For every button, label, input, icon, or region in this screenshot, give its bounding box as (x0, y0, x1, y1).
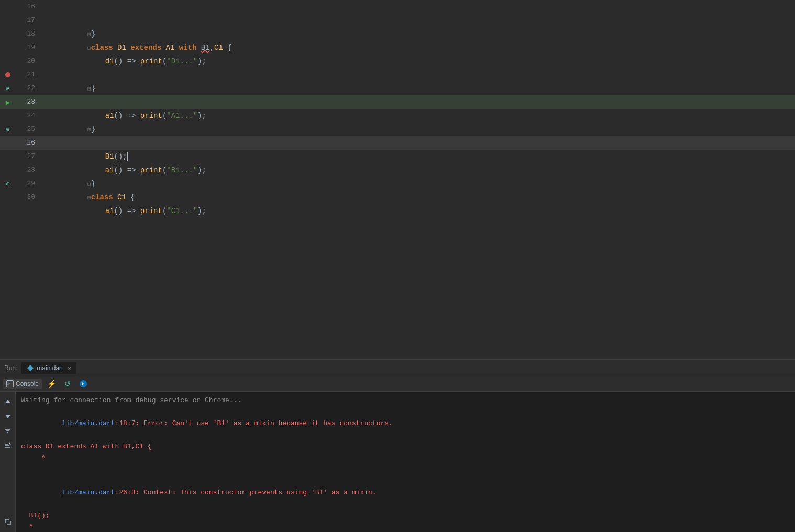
gutter-27 (0, 150, 16, 163)
console-line-error3: ^ (21, 452, 790, 464)
code-line-24: 24 ⊟} (0, 109, 795, 123)
run-label: Run: (4, 364, 17, 372)
up-arrow-icon (4, 398, 12, 405)
exec-icon-25: ⊕ (6, 126, 9, 134)
line-content-17[interactable]: ⊟} (39, 14, 795, 27)
console-button[interactable]: >_ Console (3, 379, 42, 389)
line-num-23: 23 (16, 95, 39, 109)
dart-icon (79, 380, 87, 388)
sort-button[interactable] (2, 440, 14, 451)
gutter-23: ▶ (0, 95, 16, 109)
debug-arrow-23: ▶ (6, 98, 10, 107)
breakpoint-21[interactable] (5, 72, 10, 77)
line-num-22: 22 (16, 82, 39, 95)
run-tab[interactable]: main.dart × (21, 362, 76, 374)
line-num-29: 29 (16, 177, 39, 191)
gutter-17 (0, 14, 16, 27)
line-num-27: 27 (16, 150, 39, 163)
line-num-16: 16 (16, 0, 39, 14)
code-line-29: ⊕ 29 ⊟class C1 { (0, 177, 795, 191)
line-content-27[interactable]: a1() => print("B1..."); (39, 150, 795, 163)
error-link-1[interactable]: lib/main.dart (62, 419, 115, 427)
gutter-20 (0, 54, 16, 68)
dart-button[interactable] (76, 378, 91, 390)
console-line-error4: lib/main.dart:26:3: Context: This constr… (21, 475, 790, 510)
line-content-26[interactable]: B1(); (39, 136, 795, 150)
gutter-21 (0, 68, 16, 82)
gutter-18 (0, 27, 16, 41)
code-line-19: 19 d1() => print("D1..."); (0, 41, 795, 54)
error-link-2[interactable]: lib/main.dart (62, 489, 115, 496)
gutter-16 (0, 0, 16, 14)
exec-icon-29: ⊕ (6, 180, 9, 188)
line-num-18: 18 (16, 27, 39, 41)
lightning-icon: ⚡ (47, 380, 56, 388)
console-toolbar: >_ Console ⚡ ↺ (0, 376, 795, 392)
tab-close-button[interactable]: × (68, 365, 71, 371)
line-num-30: 30 (16, 191, 39, 204)
code-line-16: 16 (0, 0, 795, 14)
reload-icon: ↺ (64, 380, 71, 388)
svg-marker-3 (5, 415, 10, 418)
code-line-25: ⊕ 25 ⊟class B1 { (0, 123, 795, 136)
gutter-30 (0, 191, 16, 204)
filter-button[interactable] (2, 425, 14, 437)
console-output[interactable]: Waiting for connection from debug servic… (16, 392, 795, 532)
line-content-20[interactable] (39, 54, 795, 68)
editor-area: 16 17 ⊟} 18 ⊟class D1 extends A1 with B1… (0, 0, 795, 532)
code-line-21: 21 ⊟} (0, 68, 795, 82)
code-line-30: 30 a1() => print("C1..."); (0, 191, 795, 204)
line-num-26: 26 (16, 136, 39, 150)
code-line-28: 28 ⊟} (0, 163, 795, 177)
lightning-button[interactable]: ⚡ (44, 378, 59, 390)
gutter-26 (0, 136, 16, 150)
line-content-25[interactable]: ⊟class B1 { (39, 123, 795, 136)
line-num-24: 24 (16, 109, 39, 123)
console-line-error6: ^ (21, 522, 790, 532)
code-line-22: ⊕ 22 ⊟class A1 { (0, 82, 795, 95)
line-content-22[interactable]: ⊟class A1 { (39, 82, 795, 95)
code-main: 16 17 ⊟} 18 ⊟class D1 extends A1 with B1… (0, 0, 795, 359)
svg-marker-0 (27, 365, 34, 371)
code-line-23: ▶ 23 a1() => print("A1..."); (0, 95, 795, 109)
line-content-18[interactable]: ⊟class D1 extends A1 with B1,C1 { (39, 27, 795, 41)
expand-button[interactable] (2, 516, 14, 528)
gutter-25: ⊕ (0, 123, 16, 136)
svg-marker-2 (5, 400, 10, 403)
line-content-21[interactable]: ⊟} (39, 68, 795, 82)
reload-button[interactable]: ↺ (61, 378, 74, 390)
gutter-19 (0, 41, 16, 54)
scroll-up-button[interactable] (2, 396, 14, 407)
flutter-icon (27, 364, 34, 372)
console-line-error2: class D1 extends A1 with B1,C1 { (21, 441, 790, 452)
gutter-29: ⊕ (0, 177, 16, 191)
line-num-28: 28 (16, 163, 39, 177)
code-line-27: 27 a1() => print("B1..."); (0, 150, 795, 163)
scroll-down-button[interactable] (2, 411, 14, 422)
line-content-19[interactable]: d1() => print("D1..."); (39, 41, 795, 54)
line-content-16[interactable] (39, 0, 795, 14)
filter-icon (4, 427, 12, 435)
line-num-25: 25 (16, 123, 39, 136)
console-label: Console (16, 380, 39, 387)
line-content-29[interactable]: ⊟class C1 { (39, 177, 795, 191)
line-num-19: 19 (16, 41, 39, 54)
line-content-23[interactable]: a1() => print("A1..."); (39, 95, 795, 109)
line-content-28[interactable]: ⊟} (39, 163, 795, 177)
gutter-24 (0, 109, 16, 123)
console-line-blank (21, 464, 790, 475)
line-num-20: 20 (16, 54, 39, 68)
line-num-17: 17 (16, 14, 39, 27)
exec-icon-22: ⊕ (6, 85, 9, 93)
line-content-30[interactable]: a1() => print("C1..."); (39, 191, 795, 204)
line-content-24[interactable]: ⊟} (39, 109, 795, 123)
sort-icon (4, 442, 12, 449)
console-icon: >_ (6, 380, 14, 387)
console-left-bar (0, 392, 16, 532)
code-line-18: 18 ⊟class D1 extends A1 with B1,C1 { (0, 27, 795, 41)
tab-filename: main.dart (37, 364, 63, 372)
bottom-panel: Run: main.dart × >_ Console ⚡ ↺ (0, 359, 795, 532)
code-line-17: 17 ⊟} (0, 14, 795, 27)
expand-icon (4, 518, 12, 526)
console-line-error1: lib/main.dart:18:7: Error: Can't use 'B1… (21, 406, 790, 441)
